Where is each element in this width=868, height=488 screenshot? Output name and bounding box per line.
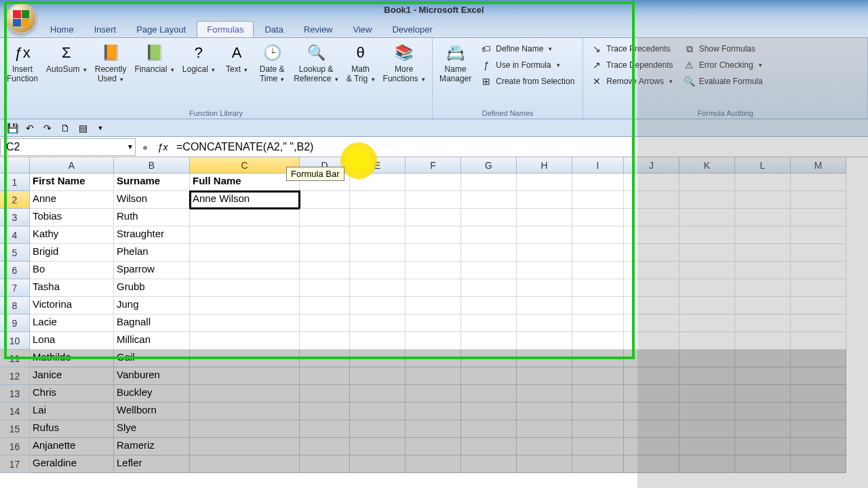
cell[interactable] (624, 226, 679, 244)
cell[interactable] (735, 191, 791, 209)
cell[interactable] (300, 314, 350, 332)
tab-review[interactable]: Review (294, 22, 342, 37)
cell[interactable] (791, 314, 846, 332)
fx-icon[interactable]: ƒx (157, 141, 171, 152)
column-header-B[interactable]: B (114, 157, 190, 174)
cell[interactable] (735, 314, 791, 332)
row-header[interactable]: 4 (0, 226, 30, 244)
cell[interactable]: Full Name (190, 174, 300, 191)
cell[interactable]: Lefler (114, 455, 190, 473)
cell[interactable] (624, 332, 679, 350)
cell[interactable] (735, 244, 791, 262)
cell[interactable] (406, 438, 461, 455)
cell[interactable] (517, 174, 572, 191)
cell[interactable]: Slye (114, 420, 190, 438)
save-icon[interactable]: 💾 (5, 121, 19, 135)
cell[interactable] (624, 385, 679, 403)
cell[interactable] (624, 262, 679, 279)
cell[interactable] (735, 385, 791, 403)
cell[interactable] (406, 279, 461, 297)
row-header[interactable]: 16 (0, 438, 30, 455)
cell[interactable] (461, 314, 517, 332)
cell[interactable]: Buckley (114, 385, 190, 403)
cell[interactable] (190, 226, 300, 244)
cell[interactable]: Wilson (114, 191, 190, 209)
cell[interactable] (461, 332, 517, 350)
tab-insert[interactable]: Insert (85, 22, 126, 37)
cell[interactable]: Grubb (114, 279, 190, 297)
cell[interactable] (517, 455, 572, 473)
cell[interactable] (517, 350, 572, 367)
cell[interactable] (572, 174, 624, 191)
cell[interactable] (300, 403, 350, 420)
cell[interactable] (791, 209, 846, 226)
cell[interactable] (624, 297, 679, 314)
cell[interactable] (350, 332, 406, 350)
cell[interactable] (572, 367, 624, 385)
create-from-selection-button[interactable]: ⊞Create from Selection (478, 75, 577, 88)
row-header[interactable]: 9 (0, 314, 30, 332)
cell[interactable] (300, 279, 350, 297)
cell[interactable] (300, 385, 350, 403)
error-checking-button[interactable]: ⚠Error Checking▾ (682, 58, 766, 72)
remove-arrows-button[interactable]: ✕Remove Arrows▾ (589, 75, 675, 88)
cell[interactable] (517, 279, 572, 297)
cell[interactable] (517, 314, 572, 332)
cell[interactable] (350, 174, 406, 191)
cell[interactable] (190, 244, 300, 262)
cell[interactable] (300, 262, 350, 279)
column-header-C[interactable]: C (190, 157, 300, 174)
cell[interactable]: Rameriz (114, 438, 190, 455)
row-header[interactable]: 7 (0, 279, 30, 297)
cell[interactable] (461, 403, 517, 420)
cell[interactable] (572, 385, 624, 403)
text-button[interactable]: AText ▾ (220, 41, 253, 76)
cell[interactable] (461, 191, 517, 209)
row-header[interactable]: 5 (0, 244, 30, 262)
cell[interactable] (679, 367, 735, 385)
autosum-button[interactable]: ΣAutoSum ▾ (43, 41, 90, 76)
cell[interactable] (517, 438, 572, 455)
tab-view[interactable]: View (344, 22, 382, 37)
cell[interactable] (406, 455, 461, 473)
cell[interactable] (517, 209, 572, 226)
trace-precedents-button[interactable]: ↘Trace Precedents (589, 42, 675, 56)
cell[interactable] (624, 174, 679, 191)
cell[interactable] (350, 350, 406, 367)
tab-home[interactable]: Home (41, 22, 83, 37)
cell[interactable] (300, 455, 350, 473)
cell[interactable] (406, 226, 461, 244)
column-header-F[interactable]: F (406, 157, 461, 174)
cell[interactable] (791, 403, 846, 420)
cell[interactable] (791, 438, 846, 455)
cell[interactable] (517, 332, 572, 350)
column-header-I[interactable]: I (572, 157, 624, 174)
cell[interactable] (190, 279, 300, 297)
cell[interactable] (300, 332, 350, 350)
cell[interactable] (679, 385, 735, 403)
cell[interactable] (350, 367, 406, 385)
cell[interactable] (300, 420, 350, 438)
cell[interactable] (461, 420, 517, 438)
undo-icon[interactable]: ↶ (23, 121, 37, 135)
define-name-button[interactable]: 🏷Define Name▾ (478, 42, 577, 56)
new-icon[interactable]: 🗋 (58, 121, 72, 135)
cell[interactable] (624, 438, 679, 455)
tab-data[interactable]: Data (255, 22, 292, 37)
cell[interactable] (791, 226, 846, 244)
cell[interactable] (461, 385, 517, 403)
cell[interactable] (624, 314, 679, 332)
cell[interactable] (350, 314, 406, 332)
cell[interactable] (517, 226, 572, 244)
row-header[interactable]: 11 (0, 350, 30, 367)
cell[interactable] (572, 191, 624, 209)
cell[interactable] (461, 244, 517, 262)
cell[interactable] (461, 209, 517, 226)
cell[interactable]: Bagnall (114, 314, 190, 332)
row-header[interactable]: 8 (0, 297, 30, 314)
cell[interactable] (624, 279, 679, 297)
cell[interactable] (517, 297, 572, 314)
cell[interactable] (406, 244, 461, 262)
financial-button[interactable]: 📗Financial ▾ (132, 41, 176, 76)
cell[interactable] (572, 226, 624, 244)
